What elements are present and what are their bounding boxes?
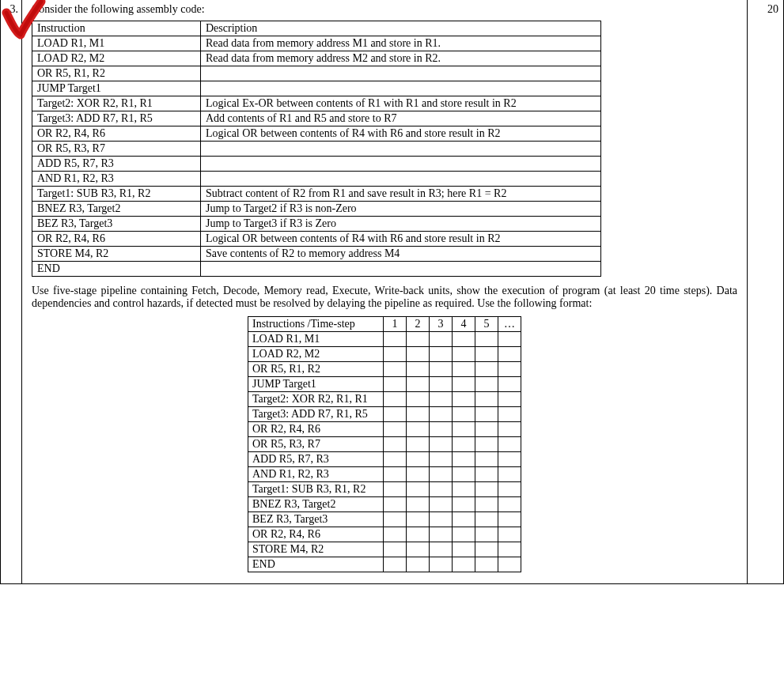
cell-description: Subtract content of R2 from R1 and save … xyxy=(201,187,601,202)
timeline-empty-cell xyxy=(475,377,498,392)
timeline-empty-cell xyxy=(384,347,407,362)
cell-instruction: END xyxy=(32,262,201,277)
timeline-row: OR R2, R4, R6 xyxy=(248,422,521,437)
timeline-empty-cell xyxy=(453,392,475,407)
table-row: STORE M4, R2Save contents of R2 to memor… xyxy=(32,247,601,262)
timeline-empty-cell xyxy=(475,347,498,362)
timeline-empty-cell xyxy=(430,332,453,347)
timeline-empty-cell xyxy=(453,422,475,437)
timeline-instruction-cell: BEZ R3, Target3 xyxy=(248,512,384,527)
cell-description xyxy=(201,262,601,277)
timeline-empty-cell xyxy=(498,452,521,467)
timeline-empty-cell xyxy=(430,527,453,542)
timeline-table: Instructions /Time-step12345…LOAD R1, M1… xyxy=(248,316,521,572)
cell-instruction: LOAD R1, M1 xyxy=(32,36,201,51)
timeline-empty-cell xyxy=(407,407,430,422)
timeline-instruction-cell: BNEZ R3, Target2 xyxy=(248,497,384,512)
timeline-instruction-cell: OR R2, R4, R6 xyxy=(248,527,384,542)
table-row: OR R2, R4, R6Logical OR between contents… xyxy=(32,232,601,247)
table-row: Target1: SUB R3, R1, R2Subtract content … xyxy=(32,187,601,202)
timeline-empty-cell xyxy=(430,407,453,422)
timeline-empty-cell xyxy=(498,362,521,377)
timeline-empty-cell xyxy=(475,542,498,557)
timeline-empty-cell xyxy=(430,392,453,407)
timeline-row: END xyxy=(248,557,521,572)
timeline-empty-cell xyxy=(430,482,453,497)
timeline-row: LOAD R1, M1 xyxy=(248,332,521,347)
timeline-empty-cell xyxy=(430,452,453,467)
timeline-empty-cell xyxy=(430,542,453,557)
timeline-empty-cell xyxy=(475,407,498,422)
cell-instruction: ADD R5, R7, R3 xyxy=(32,157,201,172)
timeline-instruction-cell: AND R1, R2, R3 xyxy=(248,467,384,482)
cell-description: Logical Ex-OR between contents of R1 wit… xyxy=(201,96,601,111)
timeline-step-header: 1 xyxy=(384,317,407,332)
cell-instruction: OR R5, R1, R2 xyxy=(32,66,201,81)
timeline-row: ADD R5, R7, R3 xyxy=(248,452,521,467)
timeline-empty-cell xyxy=(430,422,453,437)
timeline-empty-cell xyxy=(475,467,498,482)
timeline-empty-cell xyxy=(407,512,430,527)
table-row: OR R5, R3, R7 xyxy=(32,142,601,157)
cell-instruction: Target2: XOR R2, R1, R1 xyxy=(32,96,201,111)
timeline-instruction-cell: END xyxy=(248,557,384,572)
timeline-empty-cell xyxy=(407,542,430,557)
timeline-empty-cell xyxy=(498,542,521,557)
cell-description: Read data from memory address M1 and sto… xyxy=(201,36,601,51)
header-instruction: Instruction xyxy=(32,21,201,36)
timeline-empty-cell xyxy=(498,377,521,392)
timeline-empty-cell xyxy=(384,497,407,512)
timeline-row: STORE M4, R2 xyxy=(248,542,521,557)
timeline-header-row: Instructions /Time-step12345… xyxy=(248,317,521,332)
timeline-empty-cell xyxy=(475,332,498,347)
timeline-instruction-cell: OR R5, R3, R7 xyxy=(248,437,384,452)
timeline-empty-cell xyxy=(430,467,453,482)
timeline-empty-cell xyxy=(453,452,475,467)
cell-instruction: OR R2, R4, R6 xyxy=(32,126,201,142)
cell-description xyxy=(201,172,601,187)
timeline-empty-cell xyxy=(430,377,453,392)
cell-description: Logical OR between contents of R4 with R… xyxy=(201,126,601,142)
timeline-step-header: 4 xyxy=(453,317,475,332)
timeline-empty-cell xyxy=(475,557,498,572)
header-description: Description xyxy=(201,21,601,36)
timeline-row: OR R2, R4, R6 xyxy=(248,527,521,542)
cell-instruction: OR R2, R4, R6 xyxy=(32,232,201,247)
timeline-step-header: … xyxy=(498,317,521,332)
timeline-empty-cell xyxy=(453,542,475,557)
timeline-empty-cell xyxy=(498,407,521,422)
table-header-row: InstructionDescription xyxy=(32,21,601,36)
timeline-empty-cell xyxy=(384,437,407,452)
timeline-empty-cell xyxy=(475,392,498,407)
timeline-empty-cell xyxy=(430,512,453,527)
timeline-empty-cell xyxy=(453,527,475,542)
timeline-empty-cell xyxy=(453,377,475,392)
timeline-row: JUMP Target1 xyxy=(248,377,521,392)
timeline-empty-cell xyxy=(407,362,430,377)
cell-instruction: Target3: ADD R7, R1, R5 xyxy=(32,111,201,126)
marks-value: 20 xyxy=(748,0,784,583)
timeline-instruction-cell: LOAD R1, M1 xyxy=(248,332,384,347)
question-body: Consider the following assembly code: In… xyxy=(22,0,748,583)
timeline-header-label: Instructions /Time-step xyxy=(248,317,384,332)
timeline-empty-cell xyxy=(453,467,475,482)
timeline-empty-cell xyxy=(430,362,453,377)
timeline-row: OR R5, R3, R7 xyxy=(248,437,521,452)
timeline-row: Target1: SUB R3, R1, R2 xyxy=(248,482,521,497)
table-row: BEZ R3, Target3Jump to Target3 if R3 is … xyxy=(32,217,601,232)
timeline-empty-cell xyxy=(430,497,453,512)
timeline-empty-cell xyxy=(407,527,430,542)
timeline-instruction-cell: OR R5, R1, R2 xyxy=(248,362,384,377)
timeline-empty-cell xyxy=(430,437,453,452)
table-row: END xyxy=(32,262,601,277)
cell-instruction: LOAD R2, M2 xyxy=(32,51,201,66)
timeline-empty-cell xyxy=(498,422,521,437)
timeline-empty-cell xyxy=(498,437,521,452)
cell-instruction: OR R5, R3, R7 xyxy=(32,142,201,157)
timeline-empty-cell xyxy=(384,392,407,407)
timeline-instruction-cell: STORE M4, R2 xyxy=(248,542,384,557)
timeline-empty-cell xyxy=(384,557,407,572)
timeline-empty-cell xyxy=(453,407,475,422)
timeline-empty-cell xyxy=(453,557,475,572)
timeline-empty-cell xyxy=(498,332,521,347)
